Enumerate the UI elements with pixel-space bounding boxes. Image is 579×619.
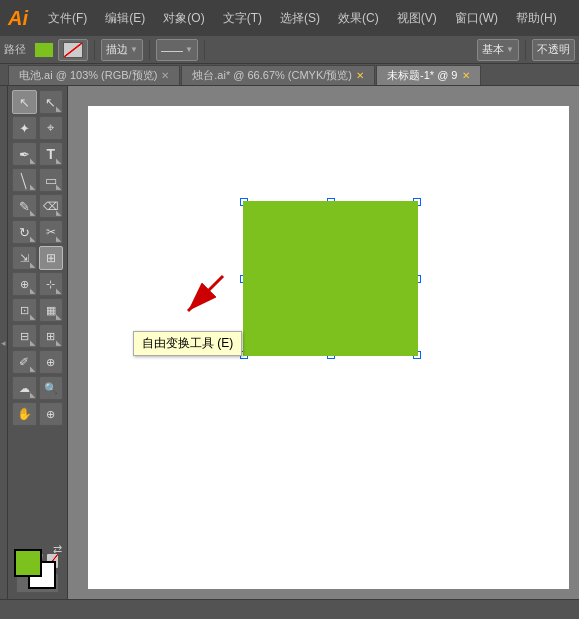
fill-color-swatch[interactable] — [34, 42, 54, 58]
chevron-down-icon2: ▼ — [185, 45, 193, 54]
scissors-tool-btn[interactable]: ✂ ◣ — [39, 220, 64, 244]
scissors-icon: ✂ — [46, 225, 56, 239]
eyedropper-icon: ✐ — [19, 355, 29, 369]
perspective-icon: ⊹ — [46, 278, 55, 291]
menu-window[interactable]: 窗口(W) — [447, 6, 506, 31]
pointer-arrow — [163, 271, 233, 321]
shape-builder-icon: ⊕ — [20, 278, 29, 291]
svg-line-1 — [188, 276, 223, 311]
tool-row-4: ╱ ◣ ▭ ◣ — [8, 168, 67, 192]
lasso-tool-btn[interactable]: ⌖ — [39, 116, 64, 140]
hand-icon: ✋ — [17, 407, 32, 421]
status-bar — [0, 599, 579, 619]
shape-builder-tool-btn[interactable]: ⊕ ◣ — [12, 272, 37, 296]
measure-icon: ⊕ — [46, 356, 55, 369]
menu-object[interactable]: 对象(O) — [155, 6, 212, 31]
free-transform-icon: ⊞ — [46, 251, 56, 265]
scale-icon: ⇲ — [20, 252, 29, 265]
sep2 — [149, 40, 150, 60]
direct-selection-icon: ↖ — [45, 95, 56, 110]
perspective-tool-btn[interactable]: ⊹ ◣ — [39, 272, 64, 296]
opacity-btn[interactable]: 不透明 — [532, 39, 575, 61]
direct-selection-tool-btn[interactable]: ↖ ◣ — [39, 90, 64, 114]
menu-text[interactable]: 文字(T) — [215, 6, 270, 31]
magic-wand-icon: ✦ — [19, 121, 30, 136]
tab-untitled[interactable]: 未标题-1* @ 9 ✕ — [376, 65, 480, 85]
slice-tool-btn[interactable]: ⊟ ◣ — [12, 324, 37, 348]
canvas-area[interactable]: 自由变换工具 (E) — [68, 86, 579, 599]
menu-edit[interactable]: 编辑(E) — [97, 6, 153, 31]
menu-effect[interactable]: 效果(C) — [330, 6, 387, 31]
free-transform-tool-btn[interactable]: ⊞ — [39, 246, 64, 270]
tool-row-13: ✋ ⊕ — [8, 402, 67, 426]
lasso-icon: ⌖ — [47, 120, 54, 136]
chart-tool-btn[interactable]: ▦ ◣ — [39, 298, 64, 322]
rectangle-tool-btn[interactable]: ▭ ◣ — [39, 168, 64, 192]
style-dropdown[interactable]: 基本 ▼ — [477, 39, 519, 61]
rectangle-icon: ▭ — [45, 173, 57, 188]
tab-battery[interactable]: 电池.ai @ 103% (RGB/预览) ✕ — [8, 65, 180, 85]
menu-bar: Ai 文件(F) 编辑(E) 对象(O) 文字(T) 选择(S) 效果(C) 视… — [0, 0, 579, 36]
measure-tool-btn[interactable]: ⊕ — [39, 350, 64, 374]
tab-close-icon3[interactable]: ✕ — [462, 70, 470, 81]
zoom-icon: 🔍 — [44, 382, 58, 395]
tool-row-10: ⊟ ◣ ⊞ ◣ — [8, 324, 67, 348]
artboard-icon: ⊞ — [46, 330, 55, 343]
chevron-down-icon3: ▼ — [506, 45, 514, 54]
tool-row-9: ⊡ ◣ ▦ ◣ — [8, 298, 67, 322]
spray-tool-btn[interactable]: ☁ ◣ — [12, 376, 37, 400]
zoom-icon2: ⊕ — [46, 408, 55, 421]
menu-view[interactable]: 视图(V) — [389, 6, 445, 31]
eraser-tool-btn[interactable]: ⌫ ◣ — [39, 194, 64, 218]
slice-icon: ⊟ — [20, 330, 29, 343]
hand-tool-btn[interactable]: ✋ — [12, 402, 37, 426]
scale-tool-btn[interactable]: ⇲ ◣ — [12, 246, 37, 270]
type-icon: T — [46, 146, 55, 162]
tool-row-8: ⊕ ◣ ⊹ ◣ — [8, 272, 67, 296]
menu-file[interactable]: 文件(F) — [40, 6, 95, 31]
tab-close-icon2[interactable]: ✕ — [356, 70, 364, 81]
rotate-icon: ↻ — [19, 225, 30, 240]
pen-icon: ✒ — [19, 147, 30, 162]
sep1 — [94, 40, 95, 60]
menu-select[interactable]: 选择(S) — [272, 6, 328, 31]
stroke-width-value: —— — [161, 44, 183, 56]
mesh-tool-btn[interactable]: ⊡ ◣ — [12, 298, 37, 322]
tool-row-2: ✦ ⌖ — [8, 116, 67, 140]
chevron-down-icon: ▼ — [130, 45, 138, 54]
toolbar: 路径 描边 ▼ —— ▼ 基本 ▼ 不透明 — [0, 36, 579, 64]
tool-row-7: ⇲ ◣ ⊞ — [8, 246, 67, 270]
tab-candlestick[interactable]: 烛台.ai* @ 66.67% (CMYK/预览) ✕ — [181, 65, 375, 85]
panel-expand-arrow[interactable]: ◂ — [0, 86, 8, 599]
eyedropper-tool-btn[interactable]: ✐ ◣ — [12, 350, 37, 374]
tool-row-6: ↻ ◣ ✂ ◣ — [8, 220, 67, 244]
tool-row-5: ✎ ◣ ⌫ ◣ — [8, 194, 67, 218]
fill-none-btn[interactable] — [58, 39, 88, 61]
tool-row-12: ☁ ◣ 🔍 — [8, 376, 67, 400]
path-label: 路径 — [4, 42, 26, 57]
stroke-width-dropdown[interactable]: —— ▼ — [156, 39, 198, 61]
zoom-tool-btn[interactable]: 🔍 — [39, 376, 64, 400]
app-logo: Ai — [8, 7, 28, 30]
selection-tool-btn[interactable]: ↖ — [12, 90, 37, 114]
document-tabs: 电池.ai @ 103% (RGB/预览) ✕ 烛台.ai* @ 66.67% … — [0, 64, 579, 86]
rotate-tool-btn[interactable]: ↻ ◣ — [12, 220, 37, 244]
main-area: ◂ ↖ ↖ ◣ ✦ ⌖ ✒ ◣ T — [0, 86, 579, 599]
chart-icon: ▦ — [46, 304, 56, 317]
magic-wand-tool-btn[interactable]: ✦ — [12, 116, 37, 140]
artboard-tool-btn[interactable]: ⊞ ◣ — [39, 324, 64, 348]
zoom-tool-btn2[interactable]: ⊕ — [39, 402, 64, 426]
pencil-tool-btn[interactable]: ✎ ◣ — [12, 194, 37, 218]
fill-color-swatch-main[interactable] — [14, 549, 42, 577]
green-rectangle[interactable] — [243, 201, 418, 356]
menu-help[interactable]: 帮助(H) — [508, 6, 565, 31]
chevron-left-icon: ◂ — [1, 338, 6, 348]
line-tool-btn[interactable]: ╱ ◣ — [12, 168, 37, 192]
tab-close-icon[interactable]: ✕ — [161, 70, 169, 81]
pen-tool-btn[interactable]: ✒ ◣ — [12, 142, 37, 166]
tool-tooltip: 自由变换工具 (E) — [133, 331, 242, 356]
tool-row-1: ↖ ↖ ◣ — [8, 90, 67, 114]
tool-row-11: ✐ ◣ ⊕ — [8, 350, 67, 374]
stroke-mode-dropdown[interactable]: 描边 ▼ — [101, 39, 143, 61]
type-tool-btn[interactable]: T ◣ — [39, 142, 64, 166]
